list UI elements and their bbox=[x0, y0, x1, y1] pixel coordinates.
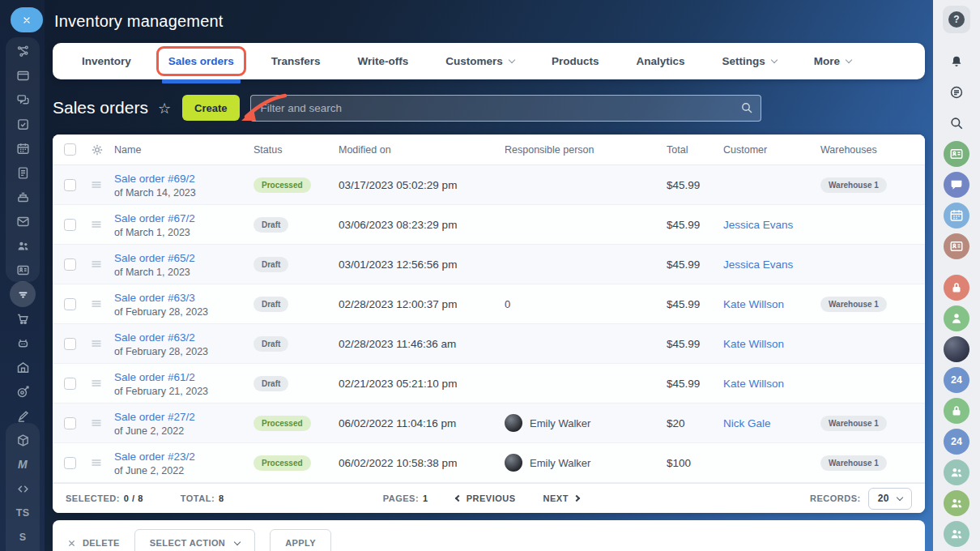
customer-link[interactable]: Kate Willson bbox=[723, 338, 784, 350]
network-icon[interactable] bbox=[6, 39, 39, 63]
tab-products[interactable]: Products bbox=[552, 43, 599, 79]
column-header-status[interactable]: Status bbox=[254, 144, 339, 156]
row-checkbox[interactable] bbox=[64, 179, 76, 191]
contact-card-widget[interactable] bbox=[944, 233, 969, 259]
m-module-icon[interactable]: M bbox=[6, 452, 39, 476]
search-box bbox=[250, 95, 761, 122]
group-widget[interactable] bbox=[944, 521, 969, 547]
tab-transfers[interactable]: Transfers bbox=[271, 43, 321, 79]
drag-handle-icon[interactable] bbox=[90, 297, 103, 310]
order-link[interactable]: Sale order #65/2 bbox=[114, 252, 195, 264]
delete-button[interactable]: DELETE bbox=[67, 538, 120, 548]
tasks-icon[interactable] bbox=[6, 112, 39, 136]
order-link[interactable]: Sale order #63/3 bbox=[114, 292, 195, 304]
group-widget[interactable] bbox=[944, 459, 969, 485]
column-header-responsible-person[interactable]: Responsible person bbox=[505, 144, 667, 156]
filter-search-input[interactable] bbox=[250, 95, 761, 122]
customer-link[interactable]: Jessica Evans bbox=[723, 258, 793, 271]
row-checkbox[interactable] bbox=[64, 457, 76, 469]
search-icon[interactable] bbox=[944, 110, 969, 136]
column-header-modified-on[interactable]: Modified on bbox=[339, 144, 505, 156]
badge-24-widget[interactable]: 24 bbox=[944, 429, 969, 455]
tab-inventory[interactable]: Inventory bbox=[82, 43, 131, 79]
row-checkbox[interactable] bbox=[64, 219, 76, 231]
lock-widget[interactable] bbox=[944, 398, 969, 424]
order-link[interactable]: Sale order #27/2 bbox=[114, 411, 195, 423]
column-header-total[interactable]: Total bbox=[667, 144, 723, 156]
cash-register-icon[interactable] bbox=[6, 185, 39, 209]
tab-more[interactable]: More bbox=[814, 43, 851, 79]
drag-handle-icon[interactable] bbox=[90, 456, 103, 469]
row-checkbox[interactable] bbox=[64, 378, 76, 390]
mail-icon[interactable] bbox=[6, 209, 39, 233]
order-link[interactable]: Sale order #69/2 bbox=[114, 173, 195, 185]
select-action-dropdown[interactable]: SELECT ACTION bbox=[134, 529, 255, 551]
tab-analytics[interactable]: Analytics bbox=[636, 43, 684, 79]
ts-module-icon[interactable]: TS bbox=[6, 501, 39, 525]
customer-link[interactable]: Nick Gale bbox=[723, 417, 771, 429]
feed-icon[interactable] bbox=[944, 79, 969, 105]
help-button[interactable]: ? bbox=[943, 6, 970, 33]
drag-handle-icon[interactable] bbox=[90, 218, 103, 231]
table-row: Sale order #63/3 of February 28, 2023 Dr… bbox=[53, 284, 925, 324]
automation-icon[interactable] bbox=[6, 331, 39, 355]
chevron-right-icon bbox=[573, 495, 580, 502]
column-header-warehouses[interactable]: Warehouses bbox=[820, 144, 925, 156]
group-chat-widget[interactable] bbox=[944, 172, 969, 198]
goal-icon[interactable] bbox=[6, 379, 39, 404]
column-header-name[interactable]: Name bbox=[114, 144, 254, 156]
badge-24-widget[interactable]: 24 bbox=[944, 367, 969, 393]
drag-handle-icon[interactable] bbox=[90, 337, 103, 350]
drag-handle-icon[interactable] bbox=[90, 416, 103, 429]
records-select[interactable]: 20 bbox=[868, 488, 912, 510]
drag-handle-icon[interactable] bbox=[90, 258, 103, 271]
customer-link[interactable]: Kate Willson bbox=[723, 378, 784, 390]
order-link[interactable]: Sale order #23/2 bbox=[114, 451, 195, 463]
favorite-star-icon[interactable]: ☆ bbox=[158, 101, 171, 116]
signature-icon[interactable] bbox=[6, 404, 39, 428]
cart-icon[interactable] bbox=[6, 306, 39, 331]
drag-handle-icon[interactable] bbox=[90, 178, 103, 191]
row-checkbox[interactable] bbox=[64, 298, 76, 310]
gear-icon[interactable] bbox=[90, 143, 104, 157]
tab-write-offs[interactable]: Write-offs bbox=[358, 43, 409, 79]
order-link[interactable]: Sale order #67/2 bbox=[114, 212, 195, 224]
apply-button[interactable]: APPLY bbox=[270, 529, 331, 551]
tab-settings[interactable]: Settings bbox=[722, 43, 776, 79]
drag-handle-icon[interactable] bbox=[90, 377, 103, 390]
panel-close-button[interactable] bbox=[11, 7, 43, 32]
calendar-icon[interactable] bbox=[6, 136, 39, 160]
chat-icon[interactable] bbox=[6, 88, 39, 112]
notifications-icon[interactable] bbox=[944, 49, 969, 75]
order-link[interactable]: Sale order #61/2 bbox=[114, 371, 195, 383]
contact-card-widget[interactable] bbox=[944, 141, 969, 167]
tab-customers[interactable]: Customers bbox=[445, 43, 514, 79]
team-icon[interactable] bbox=[6, 233, 39, 258]
next-page-button[interactable]: NEXT bbox=[543, 493, 579, 503]
customer-link[interactable]: Kate Willson bbox=[723, 298, 784, 310]
select-all-checkbox[interactable] bbox=[64, 143, 76, 156]
row-checkbox[interactable] bbox=[64, 417, 76, 429]
warehouse-icon[interactable] bbox=[6, 355, 39, 379]
user-avatar[interactable] bbox=[944, 336, 969, 362]
lock-widget[interactable] bbox=[944, 275, 969, 301]
row-checkbox[interactable] bbox=[64, 258, 76, 271]
s-module-icon[interactable]: S bbox=[6, 525, 39, 549]
inventory-icon[interactable] bbox=[6, 282, 39, 306]
tab-sales-orders[interactable]: Sales orders bbox=[168, 43, 234, 79]
customer-link[interactable]: Jessica Evans bbox=[723, 219, 793, 231]
contacts-icon[interactable] bbox=[6, 258, 39, 282]
order-link[interactable]: Sale order #63/2 bbox=[114, 331, 195, 344]
row-checkbox[interactable] bbox=[64, 338, 76, 350]
user-widget[interactable] bbox=[944, 305, 969, 331]
previous-page-button[interactable]: PREVIOUS bbox=[456, 493, 516, 503]
document-icon[interactable] bbox=[6, 160, 39, 185]
column-header-customer[interactable]: Customer bbox=[723, 144, 820, 156]
group-widget[interactable] bbox=[944, 490, 969, 516]
create-button[interactable]: Create bbox=[182, 95, 239, 121]
order-total: $45.99 bbox=[667, 258, 723, 271]
code-icon[interactable] bbox=[6, 476, 39, 501]
browser-icon[interactable] bbox=[6, 63, 39, 88]
calendar-widget[interactable] bbox=[944, 203, 969, 229]
package-icon[interactable] bbox=[6, 428, 39, 452]
